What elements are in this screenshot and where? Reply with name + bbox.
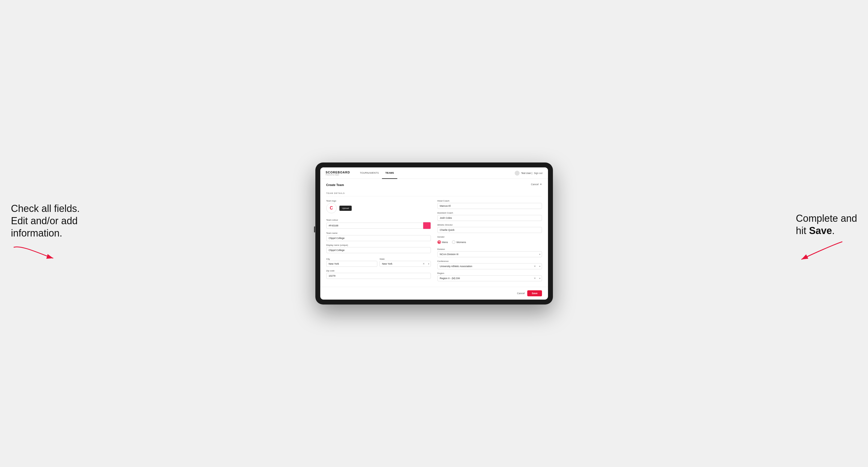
team-logo-label: Team logo — [326, 199, 431, 202]
head-coach-group: Head Coach — [437, 199, 542, 209]
cancel-button[interactable]: Cancel — [517, 292, 525, 295]
zip-label: Zip code — [326, 270, 431, 272]
team-colour-label: Team colour — [326, 219, 431, 221]
save-button[interactable]: Save — [527, 290, 542, 296]
team-logo-circle: C — [326, 203, 337, 213]
color-swatch[interactable] — [423, 222, 431, 229]
assistant-coach-input[interactable] — [437, 215, 542, 221]
nav-teams[interactable]: TEAMS — [382, 167, 397, 179]
team-name-label: Team name — [326, 232, 431, 234]
state-sub-group: State ✕ ▾ — [379, 256, 431, 267]
region-group: Region ✕ ▾ — [437, 272, 542, 281]
upload-button[interactable]: Upload — [339, 206, 352, 211]
logo: SCOREBOARD Powered by clippd — [326, 171, 350, 176]
conference-clear-icon[interactable]: ✕ — [534, 265, 536, 268]
navbar: SCOREBOARD Powered by clippd TOURNAMENTS… — [320, 167, 548, 179]
athletic-director-label: Athletic Director — [437, 224, 542, 226]
state-select-wrapper: ✕ ▾ — [379, 261, 431, 267]
assistant-coach-label: Assistant Coach — [437, 212, 542, 214]
division-group: Division ▾ — [437, 248, 542, 257]
display-name-input[interactable] — [326, 247, 431, 253]
logo-upload-area: C Upload — [326, 203, 431, 213]
team-colour-input[interactable] — [326, 223, 423, 228]
city-sub-group: City — [326, 256, 378, 267]
team-colour-group: Team colour — [326, 219, 431, 229]
logo-sub: Powered by clippd — [326, 174, 350, 176]
city-input[interactable] — [326, 261, 378, 267]
team-name-group: Team name — [326, 232, 431, 241]
sign-out-link[interactable]: Sign out — [534, 172, 542, 175]
gender-radio-group: Mens Womens — [437, 239, 542, 245]
annotation-left: Check all fields. Edit and/or add inform… — [11, 203, 80, 239]
region-clear-icon[interactable]: ✕ — [534, 277, 536, 280]
form-left-column: Team logo C Upload Team colour — [326, 199, 431, 281]
gender-label: Gender — [437, 236, 542, 238]
gender-womens-radio[interactable] — [452, 240, 456, 244]
tablet-side-button — [314, 226, 315, 232]
color-input-wrapper — [326, 222, 431, 229]
user-name: Test User | — [521, 172, 532, 175]
state-label: State — [379, 258, 385, 260]
division-select-wrapper: ▾ — [437, 251, 542, 257]
gender-group: Gender Mens Womens — [437, 236, 542, 245]
gender-mens-option[interactable]: Mens — [437, 240, 448, 244]
assistant-coach-group: Assistant Coach — [437, 212, 542, 221]
form-right-column: Head Coach Assistant Coach Athletic Dire… — [437, 199, 542, 281]
nav-tournaments[interactable]: TOURNAMENTS — [356, 167, 382, 179]
zip-code-group: Zip code — [326, 270, 431, 279]
city-state-group: City State ✕ ▾ — [326, 256, 431, 267]
conference-group: Conference ✕ ▾ — [437, 260, 542, 269]
page-title: Create Team — [326, 183, 344, 187]
conference-input[interactable] — [437, 263, 542, 269]
conference-select-wrapper: ✕ ▾ — [437, 263, 542, 269]
gender-mens-radio[interactable] — [437, 240, 441, 244]
division-label: Division — [437, 248, 542, 250]
state-clear-icon[interactable]: ✕ — [423, 263, 425, 265]
team-logo-group: Team logo C Upload — [326, 199, 431, 216]
annotation-right: Complete and hit Save. — [796, 212, 857, 264]
region-input[interactable] — [437, 275, 542, 281]
athletic-director-input[interactable] — [437, 227, 542, 233]
nav-links: TOURNAMENTS TEAMS — [356, 167, 515, 179]
region-select-wrapper: ✕ ▾ — [437, 275, 542, 281]
logo-text: SCOREBOARD — [326, 171, 350, 174]
head-coach-label: Head Coach — [437, 199, 542, 202]
team-name-input[interactable] — [326, 235, 431, 241]
display-name-label: Display name (unique) — [326, 244, 431, 246]
athletic-director-group: Athletic Director — [437, 224, 542, 233]
division-input[interactable] — [437, 251, 542, 257]
gender-womens-option[interactable]: Womens — [452, 240, 466, 244]
city-label: City — [326, 258, 330, 260]
region-label: Region — [437, 272, 542, 275]
form-footer: Cancel Save — [320, 287, 548, 300]
user-avatar — [515, 171, 520, 176]
head-coach-input[interactable] — [437, 203, 542, 209]
cancel-top-button[interactable]: Cancel ✕ — [531, 183, 542, 186]
left-arrow — [11, 242, 60, 264]
conference-label: Conference — [437, 260, 542, 262]
nav-right: Test User | Sign out — [515, 171, 542, 176]
display-name-group: Display name (unique) — [326, 244, 431, 253]
right-arrow — [796, 239, 845, 263]
section-header: TEAM DETAILS — [326, 192, 542, 196]
zip-input[interactable] — [326, 273, 431, 279]
